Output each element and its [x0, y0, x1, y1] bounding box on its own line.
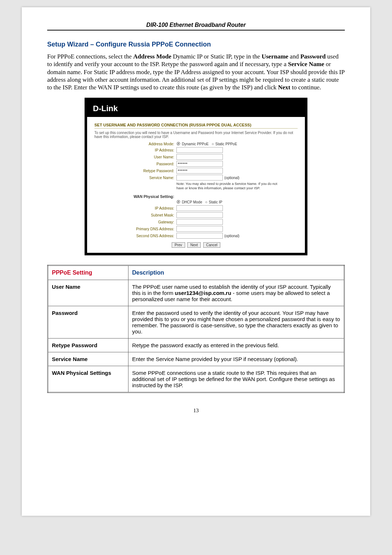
option-dhcp: DHCP Mode [182, 200, 202, 204]
setting-name: WAN Physical Settings [48, 366, 128, 393]
radio-dynamic-pppoe[interactable]: ⦿ [176, 142, 180, 146]
brand-bar: D-Link [87, 100, 305, 117]
label-service: Service Name: [94, 175, 176, 180]
doc-header: DIR-100 Ethernet Broadband Router [47, 22, 345, 31]
panel-title: SET USERNAME AND PASSWORD CONNECTION (RU… [94, 123, 298, 129]
label-address-mode: Address Mode: [94, 142, 176, 146]
bold-username: Username [262, 53, 289, 60]
label-gateway: Gateway: [94, 220, 176, 224]
radio-dhcp-mode[interactable]: ⦿ [176, 200, 180, 204]
wizard-panel: SET USERNAME AND PASSWORD CONNECTION (RU… [87, 117, 305, 253]
input-password[interactable]: •••••• [176, 161, 223, 167]
input-subnet[interactable] [176, 212, 223, 218]
screenshot: D-Link SET USERNAME AND PASSWORD CONNECT… [47, 98, 345, 255]
input-retype[interactable]: •••••• [176, 168, 223, 174]
label-sdns: Second DNS Address: [94, 234, 176, 238]
label-user: User Name: [94, 155, 176, 159]
intro-paragraph: For PPPoE connections, select the Addres… [47, 53, 345, 91]
section-title: Setup Wizard – Configure Russia PPPoE Co… [47, 41, 345, 48]
bold-service-name: Service Name [288, 61, 324, 68]
table-row: User Name The PPPoE user name used to es… [48, 280, 344, 306]
setting-name: Retype Password [48, 339, 128, 352]
optional-hint: (optional) [224, 176, 240, 180]
text: to continue. [292, 84, 321, 91]
bold-next: Next [278, 84, 290, 91]
bold-example: user1234@isp.com.ru [175, 290, 232, 296]
input-sdns[interactable] [176, 233, 223, 239]
setting-name: Service Name [48, 352, 128, 366]
setting-name: User Name [48, 280, 128, 306]
option-staticip: Static IP [209, 200, 222, 204]
cancel-button[interactable]: Cancel [203, 242, 220, 248]
option-dynamic: Dynamic PPPoE [182, 142, 209, 146]
col-header-setting: PPPoE Setting [48, 266, 128, 280]
label-subnet: Subnet Mask: [94, 213, 176, 217]
label-password: Password: [94, 162, 176, 166]
input-user[interactable] [176, 154, 223, 160]
setting-desc: Enter the Service Name provided by your … [128, 352, 344, 366]
table-row: Retype Password Retype the password exac… [48, 339, 344, 352]
optional-hint2: (optional) [224, 234, 240, 238]
prev-button[interactable]: Prev [172, 242, 185, 248]
col-header-description: Description [128, 266, 344, 280]
label-wan-ip: IP Address: [94, 206, 176, 210]
wan-section-label: WAN Physical Setting: [94, 194, 176, 199]
table-row: Service Name Enter the Service Name prov… [48, 352, 344, 366]
setting-desc: Some PPPoE connections use a static rout… [128, 366, 344, 393]
label-pdns: Primary DNS Address: [94, 227, 176, 231]
label-retype: Retype Password: [94, 169, 176, 173]
bold-address-mode: Address Mode [133, 53, 171, 60]
screenshot-frame: D-Link SET USERNAME AND PASSWORD CONNECT… [85, 98, 307, 255]
option-static: Static PPPoE [215, 142, 237, 146]
text: and [290, 53, 301, 60]
radio-static-pppoe[interactable]: ○ [212, 142, 214, 146]
input-ip[interactable] [176, 147, 223, 153]
input-service[interactable] [176, 175, 223, 181]
page-number: 13 [47, 408, 345, 414]
page: DIR-100 Ethernet Broadband Router Setup … [22, 7, 370, 516]
setting-desc: Retype the password exactly as entered i… [128, 339, 344, 352]
settings-table: PPPoE Setting Description User Name The … [47, 265, 345, 393]
service-note: Note: You may also need to provide a Ser… [176, 182, 285, 190]
radio-static-ip[interactable]: ○ [205, 200, 207, 204]
text: Dynamic IP or Static IP, type in the [173, 53, 261, 60]
setting-desc: Enter the password used to verify the id… [128, 306, 344, 339]
setting-name: Password [48, 306, 128, 339]
label-ip: IP Address: [94, 148, 176, 152]
bold-password: Password [300, 53, 326, 60]
table-row: Password Enter the password used to veri… [48, 306, 344, 339]
next-button[interactable]: Next [187, 242, 201, 248]
input-pdns[interactable] [176, 226, 223, 232]
input-gateway[interactable] [176, 219, 223, 225]
text: For PPPoE connections, select the [47, 53, 133, 60]
panel-note: To set up this connection you will need … [94, 131, 298, 139]
input-wan-ip[interactable] [176, 205, 223, 211]
setting-desc: The PPPoE user name used to establish th… [128, 280, 344, 306]
table-row: WAN Physical Settings Some PPPoE connect… [48, 366, 344, 393]
